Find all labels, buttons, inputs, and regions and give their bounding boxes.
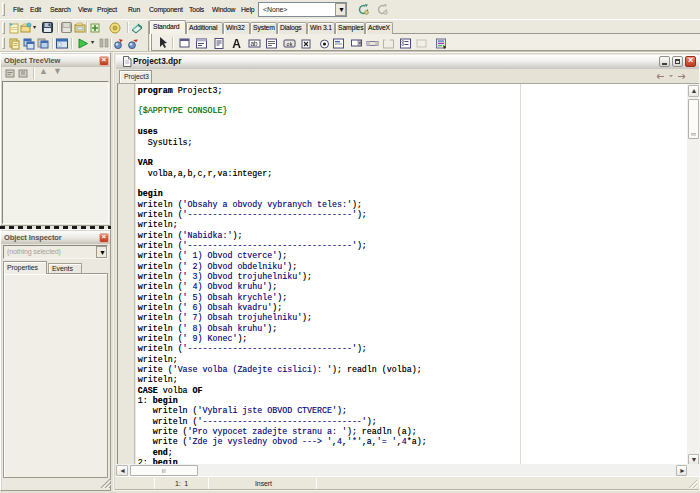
- svg-text:ab: ab: [250, 40, 258, 47]
- svg-text:A: A: [232, 37, 241, 50]
- svg-text:ok: ok: [287, 41, 293, 47]
